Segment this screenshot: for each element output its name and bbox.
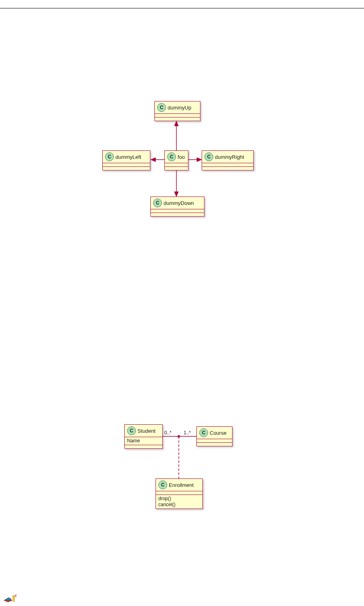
class-box-dummyLeft: C dummyLeft [102,150,150,170]
class-name-course: Course [210,430,226,436]
diagram2-connections: 0..* 1..* [0,401,364,529]
class-name-dummyRight: dummyRight [215,154,244,160]
class-name-enrollment: Enrollment [169,482,194,488]
class-name-dummyLeft: dummyLeft [115,154,141,160]
class-icon: C [105,152,114,161]
class-icon: C [158,480,167,489]
class-badge-letter: C [161,482,165,488]
class-box-dummyUp: C dummyUp [154,101,200,121]
class-badge-letter: C [130,428,133,434]
svg-point-9 [178,435,180,438]
top-horizontal-rule [0,8,364,8]
class-name-student: Student [138,428,156,434]
class-badge-letter: C [108,154,111,160]
class-box-enrollment: C Enrollment drop() cancel() [156,478,203,509]
class-box-dummyDown: C dummyDown [150,197,204,217]
class-badge-letter: C [202,430,206,436]
class-icon: C [127,426,136,435]
svg-marker-5 [151,158,156,162]
class-name-dummyDown: dummyDown [164,200,194,206]
svg-marker-7 [197,158,202,162]
class-icon: C [157,103,166,112]
class-icon: C [153,199,162,207]
mult-left: 0..* [164,430,172,436]
class-name-dummyUp: dummyUp [168,105,191,111]
svg-marker-3 [174,192,178,197]
class-box-dummyRight: C dummyRight [202,150,254,170]
class-badge-letter: C [160,105,164,110]
class-badge-letter: C [170,154,174,160]
svg-marker-1 [174,121,178,126]
enrollment-op-cancel: cancel() [158,502,200,508]
plantuml-logo-icon [3,593,17,603]
enrollment-op-drop: drop() [158,496,200,502]
class-box-course: C Course [196,426,233,446]
class-icon: C [199,428,208,437]
mult-right: 1..* [184,430,191,436]
class-icon: C [204,152,213,161]
class-icon: C [167,152,176,161]
svg-rect-13 [13,596,14,601]
class-box-foo: C foo [164,150,188,170]
class-box-student: C Student Name [124,424,163,449]
class-name-foo: foo [178,154,185,160]
class-badge-letter: C [156,200,160,206]
student-attr-name: Name [127,438,140,444]
class-badge-letter: C [207,154,211,160]
